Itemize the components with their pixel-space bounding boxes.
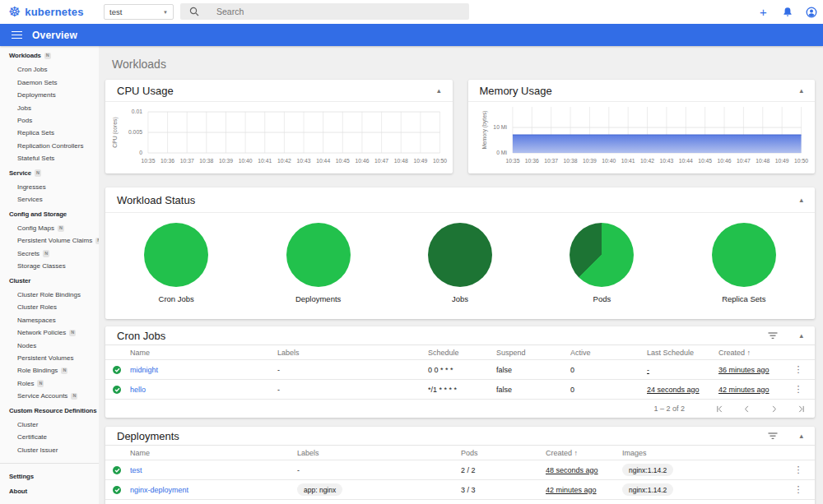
sidebar-item-persistent-volumes[interactable]: Persistent Volumes [0, 352, 99, 364]
cpu-usage-chart: 0.010.005010:3510:3610:3710:3810:3910:40… [105, 102, 453, 173]
search-bar[interactable]: Search [180, 3, 469, 20]
sidebar-item-cluster-issuer[interactable]: Cluster Issuer [0, 444, 99, 456]
column-header-suspend[interactable]: Suspend [496, 349, 570, 357]
sidebar-item-persistent-volume-claims[interactable]: Persistent Volume ClaimsN [0, 234, 99, 247]
filter-icon [768, 432, 778, 440]
sidebar-item-secrets[interactable]: SecretsN [0, 247, 99, 260]
column-header-name[interactable]: Name [130, 349, 277, 357]
resource-link[interactable]: midnight [130, 366, 158, 374]
sidebar-item-certificate[interactable]: Certificate [0, 431, 99, 443]
row-menu-button[interactable]: ⋮ [782, 484, 815, 495]
sidebar-item-stateful-sets[interactable]: Stateful Sets [0, 152, 99, 164]
column-header-pods[interactable]: Pods [461, 449, 546, 457]
sidebar-item-cluster-role-bindings[interactable]: Cluster Role Bindings [0, 289, 99, 301]
sidebar-item-replica-sets[interactable]: Replica Sets [0, 127, 99, 139]
column-header-created[interactable]: Created ↑ [546, 449, 622, 457]
menu-icon[interactable] [12, 29, 22, 40]
sidebar-item-config-maps[interactable]: Config MapsN [0, 222, 99, 234]
svg-text:10:40: 10:40 [239, 158, 253, 164]
sidebar-item-roles[interactable]: RolesN [0, 377, 99, 390]
namespace-select[interactable]: test ▼ [104, 4, 174, 20]
workload-status-item: Replica Sets [673, 223, 815, 303]
sidebar-item-service-accounts[interactable]: Service AccountsN [0, 390, 99, 402]
status-ok-icon [113, 466, 121, 474]
sidebar-item-settings[interactable]: Settings [0, 470, 99, 483]
sidebar-item-daemon-sets[interactable]: Daemon Sets [0, 76, 99, 89]
column-header-images[interactable]: Images [622, 449, 782, 457]
sidebar-item-network-policies[interactable]: Network PoliciesN [0, 326, 99, 339]
row-menu-button[interactable]: ⋮ [782, 384, 815, 395]
sidebar-section-custom-resource-definitions[interactable]: Custom Resource Definitions [0, 405, 99, 417]
memory-usage-chart: 10 Mi0 Mi10:3510:3610:3710:3810:3910:401… [468, 102, 816, 173]
collapse-icon[interactable]: ▴ [799, 87, 803, 95]
sidebar-item-storage-classes[interactable]: Storage Classes [0, 260, 99, 272]
svg-text:10:38: 10:38 [563, 158, 577, 164]
cron-jobs-title: Cron Jobs [117, 330, 746, 342]
sidebar-item-jobs[interactable]: Jobs [0, 102, 99, 114]
resource-link[interactable]: nginx-deployment [130, 486, 188, 494]
notifications-button[interactable] [775, 0, 799, 24]
account-button[interactable] [799, 0, 823, 24]
svg-text:10:42: 10:42 [640, 158, 654, 164]
header-actions: + [751, 0, 823, 24]
deployments-table: NameLabelsPodsCreated ↑Imagestest-2 / 24… [105, 446, 815, 500]
column-header-labels[interactable]: Labels [297, 449, 461, 457]
sidebar-item-deployments[interactable]: Deployments [0, 89, 99, 101]
prev-page-button[interactable] [743, 405, 751, 413]
sidebar-item-replication-controllers[interactable]: Replication Controllers [0, 140, 99, 152]
column-header-active[interactable]: Active [570, 349, 647, 357]
collapse-icon[interactable]: ▴ [799, 197, 803, 204]
pods-cell: 2 / 2 [461, 466, 546, 474]
resource-link[interactable]: hello [130, 386, 146, 394]
column-header-labels[interactable]: Labels [277, 349, 428, 357]
svg-text:10:41: 10:41 [258, 158, 272, 164]
sidebar-item-nodes[interactable]: Nodes [0, 340, 99, 352]
sidebar-item-cluster[interactable]: Cluster [0, 418, 99, 431]
sidebar-item-pods[interactable]: Pods [0, 114, 99, 127]
resource-link[interactable]: test [130, 466, 142, 474]
memory-usage-title: Memory Usage [480, 85, 800, 97]
first-page-button[interactable] [716, 405, 723, 413]
svg-text:10:47: 10:47 [374, 158, 388, 164]
svg-text:10:41: 10:41 [621, 158, 635, 164]
sidebar-section-config-and-storage[interactable]: Config and Storage [0, 208, 99, 220]
sidebar-section-workloads[interactable]: WorkloadsN [0, 49, 99, 62]
sidebar-item-cluster-roles[interactable]: Cluster Roles [0, 301, 99, 313]
sidebar-item-cron-jobs[interactable]: Cron Jobs [0, 63, 99, 76]
workload-status-card: Workload Status ▴ Cron JobsDeploymentsJo… [105, 187, 815, 319]
sidebar-item-about[interactable]: About [0, 485, 99, 497]
filter-button[interactable] [768, 432, 778, 440]
sidebar-section-cluster[interactable]: Cluster [0, 275, 99, 287]
svg-text:10 Mi: 10 Mi [493, 124, 507, 130]
table-header-row: NameLabelsScheduleSuspendActiveLast Sche… [105, 345, 815, 360]
status-cell [105, 486, 130, 494]
filter-button[interactable] [768, 332, 778, 340]
create-button[interactable]: + [751, 0, 775, 24]
sidebar-section-service[interactable]: ServiceN [0, 167, 99, 179]
collapse-icon[interactable]: ▴ [799, 332, 803, 340]
active-cell: 0 [570, 366, 647, 374]
filter-icon [768, 332, 778, 340]
collapse-icon[interactable]: ▴ [437, 87, 441, 95]
svg-text:10:44: 10:44 [316, 158, 330, 164]
sidebar-item-services[interactable]: Services [0, 193, 99, 206]
row-menu-button[interactable]: ⋮ [782, 465, 815, 475]
svg-text:10:35: 10:35 [505, 158, 519, 164]
sidebar-item-role-bindings[interactable]: Role BindingsN [0, 364, 99, 377]
collapse-icon[interactable]: ▴ [799, 432, 803, 440]
svg-text:10:47: 10:47 [736, 158, 750, 164]
column-header-schedule[interactable]: Schedule [428, 349, 496, 357]
svg-text:10:50: 10:50 [794, 158, 808, 164]
svg-text:10:46: 10:46 [717, 158, 731, 164]
column-header-last-schedule[interactable]: Last Schedule [647, 349, 718, 357]
cpu-usage-title: CPU Usage [117, 85, 437, 97]
column-header-created[interactable]: Created ↑ [718, 349, 782, 357]
sidebar-item-namespaces[interactable]: Namespaces [0, 314, 99, 326]
last-page-button[interactable] [797, 405, 805, 413]
namespaced-badge: N [35, 169, 41, 177]
next-page-button[interactable] [770, 405, 778, 413]
column-header-name[interactable]: Name [130, 449, 297, 457]
status-ok-icon [113, 366, 121, 374]
sidebar-item-ingresses[interactable]: Ingresses [0, 181, 99, 193]
row-menu-button[interactable]: ⋮ [782, 364, 815, 375]
